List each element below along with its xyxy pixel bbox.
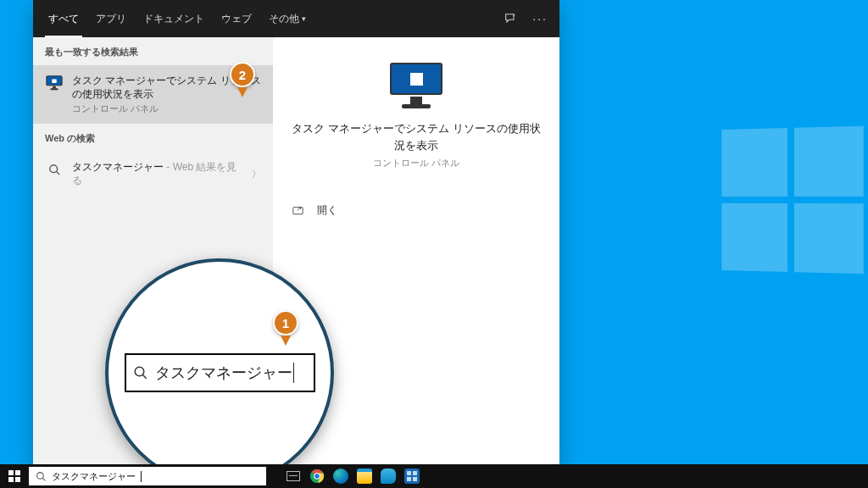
svg-rect-2: [53, 86, 56, 89]
tab-more[interactable]: その他 ▾: [260, 0, 314, 37]
search-icon: [45, 160, 64, 179]
svg-line-9: [142, 374, 147, 379]
svg-rect-1: [52, 79, 56, 83]
preview-subtitle: コントロール パネル: [290, 157, 542, 169]
file-explorer-icon: [357, 469, 372, 484]
tab-more-label: その他: [269, 12, 299, 26]
magnified-search-query: タスクマネージャー: [155, 363, 294, 383]
task-view-icon: [287, 471, 300, 481]
tab-documents-label: ドキュメント: [143, 12, 204, 26]
app-chrome[interactable]: [307, 466, 327, 486]
windows-icon: [8, 470, 20, 482]
svg-rect-3: [50, 88, 58, 90]
search-tabs: すべて アプリ ドキュメント ウェブ その他 ▾ ···: [33, 0, 559, 37]
tab-apps[interactable]: アプリ: [87, 0, 135, 37]
magnified-search-box: タスクマネージャー: [125, 353, 315, 392]
open-icon: [292, 205, 307, 217]
search-icon: [36, 471, 47, 482]
tab-documents[interactable]: ドキュメント: [135, 0, 213, 37]
edge-icon: [333, 469, 348, 484]
result-web-search[interactable]: タスクマネージャー - Web 結果を見る 〉: [33, 152, 273, 196]
task-view-button[interactable]: [283, 466, 303, 486]
annotation-1-label: 1: [282, 316, 289, 330]
app-explorer[interactable]: [354, 466, 375, 486]
preview-title: タスク マネージャーでシステム リソースの使用状況を表示: [290, 120, 542, 153]
annotation-marker-2: 2: [230, 62, 255, 97]
cortana-icon: [381, 469, 396, 484]
preview-monitor-icon: [390, 63, 442, 110]
svg-point-10: [37, 472, 44, 479]
svg-point-8: [135, 367, 144, 376]
search-icon: [133, 365, 148, 380]
svg-line-7: [298, 207, 301, 210]
chevron-down-icon: ▾: [302, 14, 306, 23]
magnifier-callout: タスクマネージャー: [105, 258, 334, 487]
result-web-title: タスクマネージャー: [72, 161, 164, 173]
app-calculator[interactable]: [402, 466, 422, 486]
action-open-label: 開く: [317, 203, 337, 218]
action-open[interactable]: 開く: [290, 200, 542, 221]
app-edge[interactable]: [331, 466, 351, 486]
preview-actions: 開く: [290, 200, 542, 221]
svg-line-11: [42, 478, 45, 480]
feedback-icon[interactable]: [504, 12, 517, 25]
svg-point-4: [49, 165, 57, 173]
wallpaper-windows-logo: [721, 126, 864, 274]
taskbar-search-query: タスクマネージャー: [52, 470, 136, 483]
start-button[interactable]: [0, 470, 29, 482]
tab-all[interactable]: すべて: [40, 0, 87, 37]
app-cortana[interactable]: [378, 466, 398, 486]
chrome-icon: [309, 469, 325, 484]
tab-all-label: すべて: [48, 12, 79, 26]
annotation-2-label: 2: [239, 68, 246, 82]
result-subtitle: コントロール パネル: [72, 103, 261, 115]
text-caret: [141, 471, 142, 482]
svg-point-14: [314, 474, 319, 478]
svg-rect-6: [293, 207, 303, 214]
annotation-marker-1: 1: [273, 310, 298, 346]
svg-line-5: [56, 171, 59, 175]
section-web: Web の検索: [33, 124, 273, 152]
monitor-icon: [45, 74, 64, 92]
taskbar-search-box[interactable]: タスクマネージャー: [29, 467, 266, 485]
overflow-icon[interactable]: ···: [532, 12, 548, 25]
tab-web[interactable]: ウェブ: [213, 0, 260, 37]
taskbar-pinned-apps: [283, 466, 422, 486]
tab-web-label: ウェブ: [221, 12, 252, 26]
chevron-right-icon: 〉: [252, 168, 261, 180]
calculator-icon: [404, 469, 420, 484]
taskbar: タスクマネージャー: [0, 464, 868, 488]
tab-apps-label: アプリ: [96, 12, 126, 26]
